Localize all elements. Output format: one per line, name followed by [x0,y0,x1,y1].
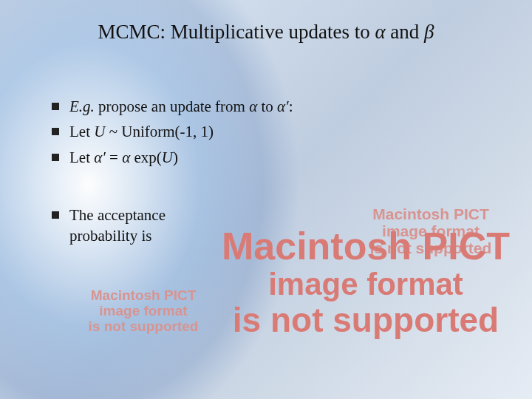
bullet-1-eg: E.g. [69,98,95,115]
slide: MCMC: Multiplicative updates to α and β … [0,0,532,399]
pict-line3: is not supported [69,319,217,335]
pict-line1: Macintosh PICT [207,225,525,267]
bullet-icon [52,211,59,219]
bullet-2-text: Let U ~ Uniform(-1, 1) [69,121,214,142]
pict-line1: Macintosh PICT [69,288,217,304]
title-alpha: α [375,21,385,43]
bullet-1-t2: to [257,98,277,115]
bullet-3-a1: α′ [94,149,106,166]
bullet-4-text: The acceptance probability is [69,205,166,247]
title-text-mid: and [386,21,424,43]
bullet-1-alpha2: α′ [277,98,289,115]
bullet-2-u: U [94,123,105,140]
pict-line2: image format [207,267,525,301]
bullet-3-text: Let α′ = α exp(U) [69,147,178,168]
title-text-pre: MCMC: Multiplicative updates to [98,21,375,43]
spacer [52,172,495,205]
bullet-4-line1: The acceptance [69,206,166,224]
bullet-3-t3: exp( [130,149,162,166]
pict-placeholder-small: Macintosh PICT image format is not suppo… [69,288,217,335]
bullet-1-t3: : [289,98,293,115]
pict-placeholder-main: Macintosh PICT image format is not suppo… [207,225,525,339]
bullet-1-alpha1: α [249,98,257,115]
bullet-4-line2: probability is [69,227,151,245]
pict-line3: is not supported [207,301,525,339]
bullet-2-t2: ~ Uniform(-1, 1) [105,123,214,140]
bullet-icon [52,128,59,135]
pict-line2: image format [69,304,217,319]
bullet-3: Let α′ = α exp(U) [52,147,495,168]
bullet-3-t1: Let [69,149,94,166]
bullet-icon [52,103,59,110]
pict-line1: Macintosh PICT [346,205,516,222]
bullet-3-t2: = [106,149,122,166]
title-beta: β [424,21,434,43]
bullet-3-u: U [162,149,173,166]
bullet-3-a2: α [122,149,130,166]
bullet-icon [52,154,59,161]
slide-title: MCMC: Multiplicative updates to α and β [0,21,532,44]
bullet-2-t1: Let [69,123,94,140]
bullet-1: E.g. propose an update from α to α′: [52,96,495,117]
bullet-1-t1: propose an update from [95,98,249,115]
bullet-3-t4: ) [173,149,178,166]
bullet-2: Let U ~ Uniform(-1, 1) [52,121,495,142]
bullet-1-text: E.g. propose an update from α to α′: [69,96,293,117]
